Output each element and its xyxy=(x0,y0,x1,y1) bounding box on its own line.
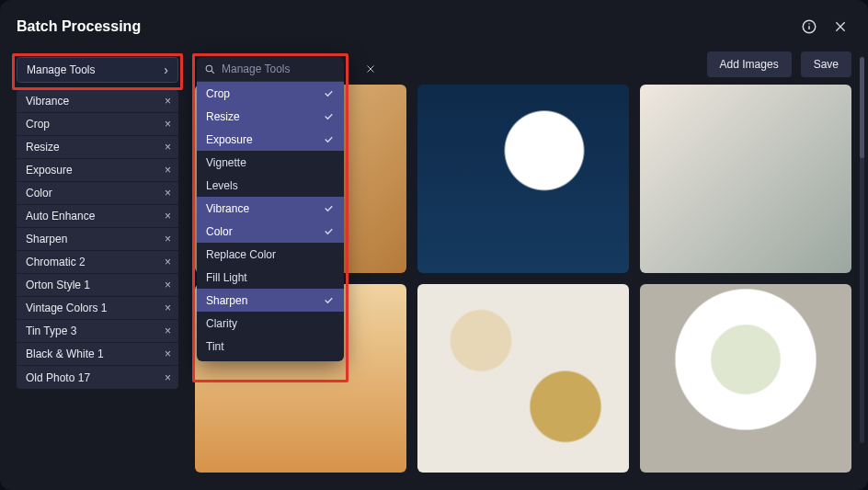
applied-tool-item[interactable]: Color× xyxy=(17,182,178,205)
search-icon xyxy=(204,63,216,75)
remove-tool-icon[interactable]: × xyxy=(165,95,171,108)
remove-tool-icon[interactable]: × xyxy=(165,279,171,291)
remove-tool-icon[interactable]: × xyxy=(165,233,171,245)
tool-option-label: Vibrance xyxy=(206,202,249,215)
image-thumbnail[interactable] xyxy=(417,85,629,273)
tool-label: Resize xyxy=(26,141,60,154)
close-icon[interactable] xyxy=(829,16,851,38)
tool-option[interactable]: Sharpen xyxy=(197,289,344,312)
tool-label: Orton Style 1 xyxy=(26,279,90,291)
applied-tool-item[interactable]: Orton Style 1× xyxy=(17,274,178,297)
applied-tool-item[interactable]: Old Photo 17× xyxy=(17,366,178,389)
tool-option[interactable]: Color xyxy=(197,220,344,243)
tool-option-label: Exposure xyxy=(206,133,253,146)
applied-tool-item[interactable]: Chromatic 2× xyxy=(17,251,178,274)
applied-tool-item[interactable]: Auto Enhance× xyxy=(17,205,178,228)
tool-option-label: Clarity xyxy=(206,317,237,330)
applied-tool-item[interactable]: Sharpen× xyxy=(17,228,178,251)
applied-tool-item[interactable]: Black & White 1× xyxy=(17,343,178,366)
remove-tool-icon[interactable]: × xyxy=(165,302,171,314)
image-thumbnail[interactable] xyxy=(640,284,851,473)
tool-label: Old Photo 17 xyxy=(26,371,90,384)
applied-tool-item[interactable]: Crop× xyxy=(17,113,178,136)
tool-label: Color xyxy=(26,187,52,199)
image-thumbnail[interactable] xyxy=(417,284,629,473)
check-icon xyxy=(323,133,335,145)
applied-tool-item[interactable]: Resize× xyxy=(17,136,178,159)
check-icon xyxy=(323,225,335,237)
applied-tool-item[interactable]: Vibrance× xyxy=(17,90,178,113)
tool-option[interactable]: Replace Color xyxy=(197,243,344,266)
tool-option[interactable]: Fill Light xyxy=(197,266,344,289)
tool-option-label: Levels xyxy=(206,179,238,192)
tool-option[interactable]: Clarity xyxy=(197,312,344,335)
manage-tools-label: Manage Tools xyxy=(27,63,96,76)
check-icon xyxy=(323,110,335,122)
tool-label: Vibrance xyxy=(26,95,69,108)
tool-label: Black & White 1 xyxy=(26,348,104,360)
tool-option[interactable]: Vibrance xyxy=(197,197,344,220)
tool-label: Auto Enhance xyxy=(26,210,95,222)
tool-option-label: Replace Color xyxy=(206,248,276,261)
manage-tools-popup: CropResizeExposureVignetteLevelsVibrance… xyxy=(197,57,344,361)
clear-search-icon[interactable] xyxy=(365,63,376,74)
remove-tool-icon[interactable]: × xyxy=(165,187,171,199)
chevron-right-icon: › xyxy=(164,63,168,77)
check-icon xyxy=(323,202,335,214)
tool-option[interactable]: Levels xyxy=(197,174,344,197)
applied-tool-item[interactable]: Vintage Colors 1× xyxy=(17,297,178,320)
image-thumbnail[interactable] xyxy=(640,85,851,273)
tool-label: Exposure xyxy=(26,164,73,177)
save-button[interactable]: Save xyxy=(801,51,851,77)
svg-point-2 xyxy=(808,23,810,25)
tool-option[interactable]: Vignette xyxy=(197,151,344,174)
tool-option-label: Resize xyxy=(206,110,240,123)
info-icon[interactable] xyxy=(798,16,820,38)
remove-tool-icon[interactable]: × xyxy=(165,164,171,177)
tool-option-label: Sharpen xyxy=(206,294,247,307)
remove-tool-icon[interactable]: × xyxy=(165,371,171,384)
remove-tool-icon[interactable]: × xyxy=(165,325,171,337)
tools-search-input[interactable] xyxy=(222,63,360,75)
scrollbar[interactable] xyxy=(860,57,864,443)
tool-label: Vintage Colors 1 xyxy=(26,302,108,314)
remove-tool-icon[interactable]: × xyxy=(165,348,171,360)
tool-label: Sharpen xyxy=(26,233,67,245)
check-icon xyxy=(323,294,335,306)
check-icon xyxy=(323,87,335,99)
tool-label: Crop xyxy=(26,118,50,131)
applied-tool-item[interactable]: Exposure× xyxy=(17,159,178,182)
manage-tools-button[interactable]: Manage Tools › xyxy=(17,57,178,83)
sidebar: Manage Tools › Vibrance×Crop×Resize×Expo… xyxy=(17,57,178,389)
applied-tool-item[interactable]: Tin Type 3× xyxy=(17,320,178,343)
remove-tool-icon[interactable]: × xyxy=(165,210,171,222)
remove-tool-icon[interactable]: × xyxy=(165,141,171,154)
svg-line-6 xyxy=(211,71,214,74)
tool-label: Chromatic 2 xyxy=(26,256,86,268)
tool-option[interactable]: Resize xyxy=(197,105,344,128)
tool-option-label: Vignette xyxy=(206,156,246,169)
tool-option-label: Tint xyxy=(206,340,224,353)
tool-option-label: Color xyxy=(206,225,233,238)
tool-option-label: Fill Light xyxy=(206,271,247,284)
remove-tool-icon[interactable]: × xyxy=(165,118,171,131)
tool-option[interactable]: Exposure xyxy=(197,128,344,151)
tool-option[interactable]: Crop xyxy=(197,82,344,105)
tool-option-label: Crop xyxy=(206,87,230,100)
tool-option[interactable]: Tint xyxy=(197,335,344,358)
svg-point-5 xyxy=(206,65,212,72)
applied-tools-list: Vibrance×Crop×Resize×Exposure×Color×Auto… xyxy=(17,90,178,389)
page-title: Batch Processing xyxy=(17,18,798,35)
remove-tool-icon[interactable]: × xyxy=(165,256,171,268)
add-images-button[interactable]: Add Images xyxy=(707,51,792,77)
tool-label: Tin Type 3 xyxy=(26,325,76,337)
